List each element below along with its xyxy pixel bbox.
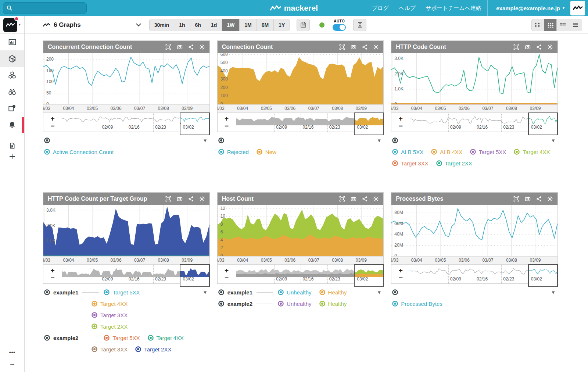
zoom-out-button[interactable]: − <box>48 123 57 129</box>
workspace-caret-icon[interactable]: ▼ <box>18 23 21 26</box>
sidebar-item-channels[interactable] <box>0 100 24 117</box>
sidebar-item-services[interactable] <box>0 67 24 83</box>
layout-list-button[interactable] <box>569 19 582 31</box>
share-icon[interactable] <box>536 44 542 50</box>
legend-item[interactable]: Target 3XX <box>91 312 128 318</box>
selection-drag-handle[interactable]: ⋮ <box>527 272 531 278</box>
series-group-toggle[interactable] <box>392 289 398 296</box>
legend-collapse-caret[interactable]: ▼ <box>377 290 381 295</box>
org-logo-tile[interactable] <box>570 1 585 15</box>
search-box[interactable] <box>3 2 87 14</box>
camera-icon[interactable] <box>177 44 183 50</box>
series-group-toggle[interactable] <box>218 137 225 144</box>
nav-contact-support[interactable]: サポートチームへ連絡 <box>426 5 481 12</box>
share-icon[interactable] <box>362 196 368 202</box>
sidebar-item-add[interactable] <box>0 151 24 162</box>
series-group-toggle[interactable] <box>392 137 398 144</box>
legend-item[interactable]: Target 5XX <box>470 149 506 155</box>
settings-gear-icon[interactable] <box>199 44 205 50</box>
more-icon[interactable]: ••• <box>9 349 15 356</box>
chart-area[interactable]: 6005004003002001000 <box>218 53 384 104</box>
legend-item[interactable]: Target 3XX <box>392 160 428 167</box>
minimap-selection[interactable]: ⋮ <box>354 264 384 287</box>
share-icon[interactable] <box>536 196 542 202</box>
account-menu[interactable]: example@example.ne.jp ▼ <box>496 0 565 16</box>
search-input[interactable] <box>15 5 81 11</box>
share-icon[interactable] <box>362 44 368 50</box>
zoom-out-button[interactable]: − <box>222 275 231 281</box>
legend-collapse-caret[interactable]: ▼ <box>551 290 556 295</box>
series-group-toggle[interactable] <box>218 289 225 296</box>
legend-item[interactable]: Target 2XX <box>91 323 128 330</box>
minimap-selection[interactable]: ⋮ <box>180 264 209 287</box>
auto-refresh-toggle[interactable] <box>333 24 346 31</box>
legend-item[interactable]: Rejected <box>218 149 249 155</box>
legend-item[interactable]: Target 5XX <box>103 335 140 341</box>
legend-item[interactable]: Target 3XX <box>91 346 128 353</box>
series-group-toggle[interactable] <box>44 289 50 296</box>
zoom-in-button[interactable]: + <box>222 115 231 122</box>
selection-drag-handle[interactable]: ⋮ <box>352 272 357 278</box>
range-1w[interactable]: 1W <box>222 19 240 31</box>
chart-area[interactable]: 200150100500 <box>43 53 209 104</box>
sidebar-item-monitors[interactable] <box>0 83 24 100</box>
camera-icon[interactable] <box>351 44 356 50</box>
share-icon[interactable] <box>188 44 194 50</box>
dashboard-select-caret-icon[interactable] <box>136 23 141 26</box>
legend-collapse-caret[interactable]: ▼ <box>551 138 556 143</box>
zoom-in-button[interactable]: + <box>396 115 405 122</box>
zoom-out-button[interactable]: − <box>222 123 231 129</box>
settings-gear-icon[interactable] <box>373 44 379 50</box>
legend-item[interactable]: Healthy <box>319 289 347 296</box>
layout-list-compact-button[interactable] <box>557 19 569 31</box>
fullscreen-icon[interactable] <box>513 44 519 50</box>
series-group-toggle[interactable] <box>218 300 225 307</box>
range-1d[interactable]: 1d <box>206 19 222 31</box>
legend-item[interactable]: Target 5XX <box>103 289 140 296</box>
settings-gear-icon[interactable] <box>547 196 553 202</box>
settings-gear-icon[interactable] <box>547 44 553 50</box>
legend-collapse-caret[interactable]: ▼ <box>203 138 208 143</box>
legend-item[interactable]: ALB 4XX <box>431 149 462 155</box>
minimap-selection[interactable]: ⋮ <box>354 112 384 135</box>
collapse-sidebar-icon[interactable]: → <box>9 360 15 367</box>
zoom-in-button[interactable]: + <box>222 267 231 274</box>
sidebar-item-notes[interactable] <box>0 140 24 151</box>
legend-item[interactable]: Processed Bytes <box>392 300 442 307</box>
camera-icon[interactable] <box>351 196 356 202</box>
zoom-out-button[interactable]: − <box>396 275 405 281</box>
fullscreen-icon[interactable] <box>165 44 171 50</box>
zoom-in-button[interactable]: + <box>48 115 57 122</box>
sidebar-item-alerts[interactable] <box>0 117 24 133</box>
layout-grid-medium-button[interactable] <box>544 19 557 31</box>
chart-area[interactable]: 3.0K2.0K1.0K0 <box>43 205 209 256</box>
fullscreen-icon[interactable] <box>339 196 345 202</box>
sidebar-item-hosts[interactable] <box>0 50 24 67</box>
camera-icon[interactable] <box>525 44 531 50</box>
legend-item[interactable]: Healthy <box>319 300 347 307</box>
range-30min[interactable]: 30min <box>150 19 174 31</box>
selection-drag-handle[interactable]: ⋮ <box>178 272 183 278</box>
settings-gear-icon[interactable] <box>373 196 379 202</box>
fullscreen-icon[interactable] <box>339 44 345 50</box>
legend-item[interactable]: Target 4XX <box>147 335 184 341</box>
selection-drag-handle[interactable]: ⋮ <box>527 121 531 126</box>
sidebar-item-metrics[interactable] <box>0 34 24 50</box>
chart-area[interactable]: 121086420 <box>218 205 384 256</box>
legend-item[interactable]: ALB 5XX <box>392 149 423 155</box>
legend-item[interactable]: New <box>256 149 276 155</box>
camera-icon[interactable] <box>177 196 183 202</box>
minimap-selection[interactable]: ⋮ <box>180 112 209 135</box>
fullscreen-icon[interactable] <box>165 196 171 202</box>
selection-drag-handle[interactable]: ⋮ <box>352 121 357 126</box>
legend-item[interactable]: Target 4XX <box>91 300 128 307</box>
legend-item[interactable]: Unhealthy <box>277 289 312 296</box>
series-group-toggle[interactable] <box>44 335 50 341</box>
range-1h[interactable]: 1h <box>174 19 190 31</box>
chart-area[interactable]: 3.0K2.0K1.0K0 <box>391 53 557 104</box>
zoom-in-button[interactable]: + <box>48 267 57 274</box>
nav-blog[interactable]: ブログ <box>372 5 389 12</box>
zoom-out-button[interactable]: − <box>48 275 57 281</box>
nav-help[interactable]: ヘルプ <box>399 5 416 12</box>
legend-item[interactable]: Target 4XX <box>513 149 550 155</box>
